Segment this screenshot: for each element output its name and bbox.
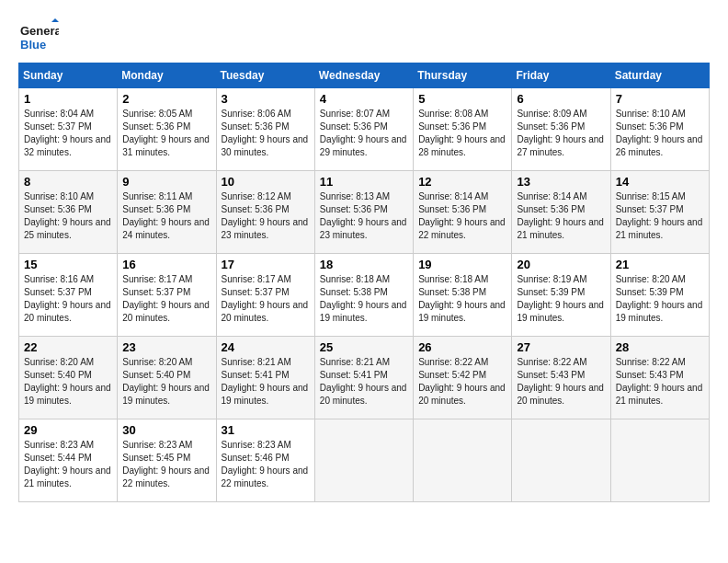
calendar-cell: 9 Sunrise: 8:11 AM Sunset: 5:36 PM Dayli… xyxy=(118,171,216,254)
page-header: General Blue xyxy=(18,18,710,59)
weekday-header: Sunday xyxy=(19,63,118,88)
calendar-cell: 2 Sunrise: 8:05 AM Sunset: 5:36 PM Dayli… xyxy=(118,88,216,171)
weekday-header: Thursday xyxy=(414,63,512,88)
day-info: Sunrise: 8:20 AM Sunset: 5:39 PM Dayligh… xyxy=(616,273,704,325)
day-number: 25 xyxy=(320,340,408,354)
day-info: Sunrise: 8:17 AM Sunset: 5:37 PM Dayligh… xyxy=(222,273,310,325)
calendar-cell: 6 Sunrise: 8:09 AM Sunset: 5:36 PM Dayli… xyxy=(512,88,610,171)
calendar-cell: 3 Sunrise: 8:06 AM Sunset: 5:36 PM Dayli… xyxy=(216,88,314,171)
calendar-cell: 13 Sunrise: 8:14 AM Sunset: 5:36 PM Dayl… xyxy=(512,171,610,254)
calendar-cell: 15 Sunrise: 8:16 AM Sunset: 5:37 PM Dayl… xyxy=(19,254,118,337)
svg-text:General: General xyxy=(20,24,59,38)
day-info: Sunrise: 8:20 AM Sunset: 5:40 PM Dayligh… xyxy=(122,356,210,408)
day-info: Sunrise: 8:20 AM Sunset: 5:40 PM Dayligh… xyxy=(24,356,112,408)
day-number: 21 xyxy=(616,258,704,271)
calendar-cell: 4 Sunrise: 8:07 AM Sunset: 5:36 PM Dayli… xyxy=(314,88,413,171)
day-number: 3 xyxy=(222,92,310,106)
day-info: Sunrise: 8:14 AM Sunset: 5:36 PM Dayligh… xyxy=(517,190,605,242)
day-info: Sunrise: 8:23 AM Sunset: 5:44 PM Dayligh… xyxy=(24,439,112,490)
weekday-header: Friday xyxy=(512,63,610,88)
day-info: Sunrise: 8:08 AM Sunset: 5:36 PM Dayligh… xyxy=(418,108,506,159)
svg-text:Blue: Blue xyxy=(20,38,46,52)
calendar-cell: 20 Sunrise: 8:19 AM Sunset: 5:39 PM Dayl… xyxy=(512,254,610,337)
day-number: 28 xyxy=(616,340,704,354)
calendar-cell: 7 Sunrise: 8:10 AM Sunset: 5:36 PM Dayli… xyxy=(610,88,709,171)
day-number: 30 xyxy=(122,423,210,437)
day-info: Sunrise: 8:21 AM Sunset: 5:41 PM Dayligh… xyxy=(320,356,408,408)
day-info: Sunrise: 8:12 AM Sunset: 5:36 PM Dayligh… xyxy=(222,190,310,242)
calendar-cell: 8 Sunrise: 8:10 AM Sunset: 5:36 PM Dayli… xyxy=(19,171,118,254)
day-number: 10 xyxy=(222,175,310,189)
day-number: 8 xyxy=(24,175,112,189)
day-number: 20 xyxy=(517,258,605,271)
calendar-cell xyxy=(414,419,512,502)
day-number: 16 xyxy=(122,258,210,271)
calendar-cell: 11 Sunrise: 8:13 AM Sunset: 5:36 PM Dayl… xyxy=(314,171,413,254)
calendar-cell: 21 Sunrise: 8:20 AM Sunset: 5:39 PM Dayl… xyxy=(610,254,709,337)
calendar-cell: 1 Sunrise: 8:04 AM Sunset: 5:37 PM Dayli… xyxy=(19,88,118,171)
day-number: 14 xyxy=(616,175,704,189)
day-number: 5 xyxy=(418,92,506,106)
day-info: Sunrise: 8:21 AM Sunset: 5:41 PM Dayligh… xyxy=(222,356,310,408)
calendar-cell: 29 Sunrise: 8:23 AM Sunset: 5:44 PM Dayl… xyxy=(19,419,118,502)
day-number: 27 xyxy=(517,340,605,354)
day-number: 29 xyxy=(24,423,112,437)
calendar-week-row: 29 Sunrise: 8:23 AM Sunset: 5:44 PM Dayl… xyxy=(19,419,710,502)
day-number: 4 xyxy=(320,92,408,106)
calendar-cell: 17 Sunrise: 8:17 AM Sunset: 5:37 PM Dayl… xyxy=(216,254,314,337)
day-number: 9 xyxy=(122,175,210,189)
day-number: 15 xyxy=(24,258,112,271)
day-info: Sunrise: 8:19 AM Sunset: 5:39 PM Dayligh… xyxy=(517,273,605,325)
calendar-cell: 31 Sunrise: 8:23 AM Sunset: 5:46 PM Dayl… xyxy=(216,419,314,502)
day-number: 1 xyxy=(24,92,112,106)
day-info: Sunrise: 8:22 AM Sunset: 5:43 PM Dayligh… xyxy=(616,356,704,408)
calendar-cell: 22 Sunrise: 8:20 AM Sunset: 5:40 PM Dayl… xyxy=(19,337,118,419)
day-info: Sunrise: 8:17 AM Sunset: 5:37 PM Dayligh… xyxy=(122,273,210,325)
day-info: Sunrise: 8:15 AM Sunset: 5:37 PM Dayligh… xyxy=(616,190,704,242)
day-info: Sunrise: 8:04 AM Sunset: 5:37 PM Dayligh… xyxy=(24,108,112,159)
calendar-cell: 18 Sunrise: 8:18 AM Sunset: 5:38 PM Dayl… xyxy=(314,254,413,337)
day-info: Sunrise: 8:22 AM Sunset: 5:43 PM Dayligh… xyxy=(517,356,605,408)
calendar-cell: 19 Sunrise: 8:18 AM Sunset: 5:38 PM Dayl… xyxy=(414,254,512,337)
calendar-cell: 28 Sunrise: 8:22 AM Sunset: 5:43 PM Dayl… xyxy=(610,337,709,419)
weekday-header: Tuesday xyxy=(216,63,314,88)
logo: General Blue xyxy=(18,18,59,59)
calendar-cell: 12 Sunrise: 8:14 AM Sunset: 5:36 PM Dayl… xyxy=(414,171,512,254)
calendar-week-row: 8 Sunrise: 8:10 AM Sunset: 5:36 PM Dayli… xyxy=(19,171,710,254)
day-info: Sunrise: 8:22 AM Sunset: 5:42 PM Dayligh… xyxy=(418,356,506,408)
calendar-cell xyxy=(610,419,709,502)
day-info: Sunrise: 8:09 AM Sunset: 5:36 PM Dayligh… xyxy=(517,108,605,159)
day-info: Sunrise: 8:23 AM Sunset: 5:46 PM Dayligh… xyxy=(222,439,310,490)
calendar-cell: 27 Sunrise: 8:22 AM Sunset: 5:43 PM Dayl… xyxy=(512,337,610,419)
day-info: Sunrise: 8:06 AM Sunset: 5:36 PM Dayligh… xyxy=(222,108,310,159)
day-info: Sunrise: 8:14 AM Sunset: 5:36 PM Dayligh… xyxy=(418,190,506,242)
calendar-cell: 16 Sunrise: 8:17 AM Sunset: 5:37 PM Dayl… xyxy=(118,254,216,337)
day-info: Sunrise: 8:05 AM Sunset: 5:36 PM Dayligh… xyxy=(122,108,210,159)
svg-marker-2 xyxy=(51,18,59,22)
day-number: 13 xyxy=(517,175,605,189)
day-info: Sunrise: 8:13 AM Sunset: 5:36 PM Dayligh… xyxy=(320,190,408,242)
calendar-cell: 30 Sunrise: 8:23 AM Sunset: 5:45 PM Dayl… xyxy=(118,419,216,502)
calendar-table: SundayMondayTuesdayWednesdayThursdayFrid… xyxy=(18,63,710,502)
day-number: 23 xyxy=(122,340,210,354)
day-info: Sunrise: 8:07 AM Sunset: 5:36 PM Dayligh… xyxy=(320,108,408,159)
calendar-cell: 24 Sunrise: 8:21 AM Sunset: 5:41 PM Dayl… xyxy=(216,337,314,419)
day-info: Sunrise: 8:11 AM Sunset: 5:36 PM Dayligh… xyxy=(122,190,210,242)
day-number: 17 xyxy=(222,258,310,271)
day-number: 11 xyxy=(320,175,408,189)
calendar-week-row: 1 Sunrise: 8:04 AM Sunset: 5:37 PM Dayli… xyxy=(19,88,710,171)
day-number: 22 xyxy=(24,340,112,354)
day-info: Sunrise: 8:18 AM Sunset: 5:38 PM Dayligh… xyxy=(418,273,506,325)
day-number: 2 xyxy=(122,92,210,106)
calendar-cell xyxy=(512,419,610,502)
calendar-cell: 25 Sunrise: 8:21 AM Sunset: 5:41 PM Dayl… xyxy=(314,337,413,419)
day-number: 12 xyxy=(418,175,506,189)
day-number: 18 xyxy=(320,258,408,271)
day-info: Sunrise: 8:16 AM Sunset: 5:37 PM Dayligh… xyxy=(24,273,112,325)
calendar-cell: 10 Sunrise: 8:12 AM Sunset: 5:36 PM Dayl… xyxy=(216,171,314,254)
weekday-header: Wednesday xyxy=(314,63,413,88)
weekday-header: Saturday xyxy=(610,63,709,88)
calendar-cell: 14 Sunrise: 8:15 AM Sunset: 5:37 PM Dayl… xyxy=(610,171,709,254)
calendar-cell: 26 Sunrise: 8:22 AM Sunset: 5:42 PM Dayl… xyxy=(414,337,512,419)
day-info: Sunrise: 8:10 AM Sunset: 5:36 PM Dayligh… xyxy=(616,108,704,159)
